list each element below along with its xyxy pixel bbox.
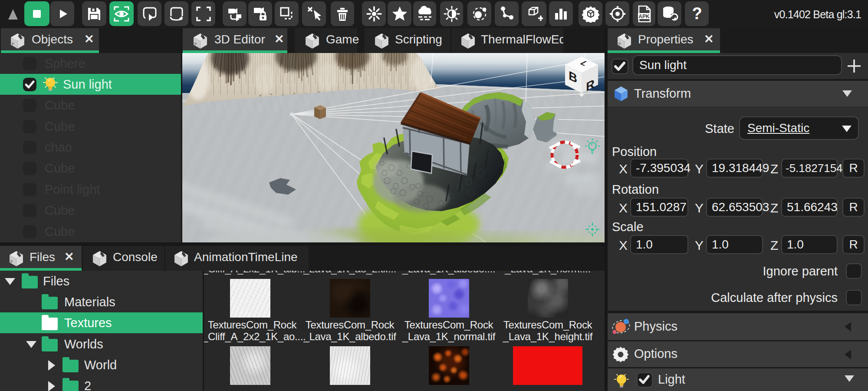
svg-text:APK: APK <box>638 13 650 19</box>
svg-text:?: ? <box>692 5 702 23</box>
